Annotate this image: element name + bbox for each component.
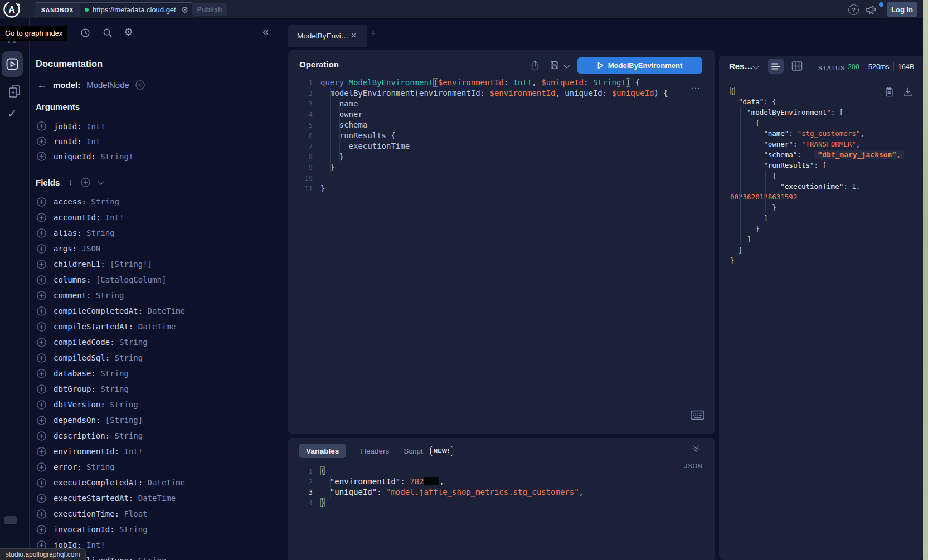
field-type[interactable]: String: [119, 525, 148, 534]
code-line[interactable]: {: [719, 86, 924, 96]
field-name[interactable]: args:: [54, 244, 77, 253]
code-line[interactable]: 5 schema: [288, 120, 715, 130]
field-name[interactable]: uniqueId:: [54, 152, 96, 161]
field-name[interactable]: compileStartedAt:: [54, 322, 133, 331]
add-field-icon[interactable]: [37, 525, 46, 534]
field-name[interactable]: database:: [54, 369, 96, 378]
response-body[interactable]: { "data": { "modelByEnvironment": [ { "n…: [719, 86, 924, 266]
field-type[interactable]: JSON: [82, 244, 101, 253]
field-name[interactable]: compiledCode:: [54, 338, 115, 347]
run-operation-button[interactable]: ModelByEnvironment: [577, 57, 702, 74]
add-field-icon[interactable]: [37, 431, 46, 441]
code-line[interactable]: 9 }: [288, 162, 715, 173]
code-line[interactable]: 2 modelByEnvironment(environmentId: $env…: [288, 88, 715, 99]
field-name[interactable]: comment:: [54, 291, 91, 300]
add-field-icon[interactable]: [37, 197, 46, 207]
field-name[interactable]: executeCompletedAt:: [54, 478, 143, 487]
help-icon[interactable]: ?: [848, 4, 859, 15]
field-type[interactable]: DateTime: [148, 306, 185, 315]
add-field-icon[interactable]: [37, 478, 46, 488]
code-line[interactable]: 8 }: [288, 152, 715, 162]
add-to-query-icon[interactable]: [135, 80, 145, 90]
field-type[interactable]: String: [115, 431, 143, 440]
code-line[interactable]: 1query ModelByEnvironment($environmentId…: [288, 77, 715, 88]
add-field-icon[interactable]: [37, 494, 46, 503]
field-type[interactable]: Int!: [86, 540, 105, 549]
operation-editor[interactable]: 1query ModelByEnvironment($environmentId…: [288, 77, 715, 194]
field-type[interactable]: Int!: [105, 213, 124, 222]
search-icon[interactable]: [101, 27, 114, 39]
field-type[interactable]: String: [91, 197, 119, 206]
add-field-icon[interactable]: [37, 228, 46, 238]
apollo-logo-icon[interactable]: A: [2, 0, 21, 19]
code-line[interactable]: "modelByEnvironment": [: [719, 107, 924, 118]
field-type[interactable]: String: [86, 228, 115, 237]
add-field-icon[interactable]: [37, 121, 46, 131]
code-line[interactable]: }: [719, 223, 924, 234]
field-name[interactable]: jobId:: [54, 122, 82, 131]
code-line[interactable]: 4}: [288, 498, 715, 508]
field-name[interactable]: columns:: [54, 275, 91, 284]
add-field-icon[interactable]: [37, 244, 46, 254]
variables-editor[interactable]: 1{2 "environmentId": 782,3 "uniqueId": "…: [288, 466, 715, 508]
collapse-panel-double-chevron-icon[interactable]: [694, 445, 698, 451]
add-field-icon[interactable]: [37, 213, 46, 222]
field-type[interactable]: String: [138, 556, 167, 560]
tab-script[interactable]: Script: [404, 447, 423, 455]
field-type[interactable]: String: [86, 462, 115, 471]
code-line[interactable]: 1{: [288, 466, 715, 476]
code-line[interactable]: 11}: [288, 183, 715, 194]
add-field-icon[interactable]: [37, 384, 46, 394]
field-name[interactable]: invocationId:: [54, 525, 115, 534]
field-name[interactable]: error:: [54, 462, 82, 471]
field-name[interactable]: compiledSql:: [54, 353, 110, 362]
code-line[interactable]: ]: [719, 213, 924, 223]
add-all-fields-icon[interactable]: [81, 178, 90, 187]
checks-icon[interactable]: ✓: [7, 107, 17, 120]
code-line[interactable]: }: [719, 245, 924, 255]
keyboard-shortcuts-icon[interactable]: [691, 410, 704, 420]
code-line[interactable]: {: [719, 171, 924, 181]
code-line[interactable]: "runResults": [: [719, 160, 924, 171]
code-line[interactable]: "executionTime": 1.: [719, 181, 924, 192]
sidebar-item-operation-collection[interactable]: [7, 84, 22, 99]
field-type[interactable]: DateTime: [138, 322, 176, 331]
field-name[interactable]: access:: [54, 197, 86, 206]
new-tab-icon[interactable]: +: [370, 27, 376, 40]
history-icon[interactable]: [79, 27, 91, 39]
graph-index-icon[interactable]: [8, 41, 16, 43]
add-field-icon[interactable]: [37, 306, 46, 316]
add-field-icon[interactable]: [37, 137, 46, 146]
endpoint-url-input[interactable]: https://metadata.cloud.get: [93, 6, 177, 14]
response-title[interactable]: Res…: [729, 61, 753, 71]
login-button[interactable]: Log in: [887, 2, 917, 17]
back-arrow-icon[interactable]: ←: [37, 79, 47, 91]
field-name[interactable]: accountId:: [54, 213, 100, 222]
publish-button[interactable]: Publish: [192, 3, 227, 16]
field-name[interactable]: dbtGroup:: [54, 384, 96, 393]
add-field-icon[interactable]: [37, 322, 46, 332]
field-name[interactable]: compileCompletedAt:: [54, 306, 143, 315]
add-field-icon[interactable]: [37, 369, 46, 378]
tab-headers[interactable]: Headers: [361, 447, 389, 455]
add-field-icon[interactable]: [37, 447, 46, 456]
save-menu-chevron-icon[interactable]: [563, 62, 570, 68]
code-line[interactable]: "data": {: [719, 96, 924, 107]
rail-bottom-icon[interactable]: [4, 516, 17, 524]
code-line[interactable]: 10: [288, 173, 715, 183]
field-name[interactable]: runId:: [54, 137, 82, 146]
add-field-icon[interactable]: [37, 416, 46, 425]
doc-field-type-link[interactable]: ModelNode: [86, 80, 129, 90]
field-name[interactable]: dbtVersion:: [54, 400, 105, 409]
field-name[interactable]: executeStartedAt:: [54, 494, 133, 503]
field-type[interactable]: [String!]: [110, 260, 152, 269]
add-field-icon[interactable]: [37, 275, 46, 285]
code-line[interactable]: "owner": "TRANSFORMER",: [719, 139, 924, 149]
code-line[interactable]: 4 owner: [288, 109, 715, 120]
code-line[interactable]: 6 runResults {: [288, 130, 715, 141]
add-field-icon[interactable]: [37, 400, 46, 410]
field-type[interactable]: Float: [124, 509, 147, 518]
close-tab-icon[interactable]: ×: [351, 31, 356, 41]
schema-settings-gear-icon[interactable]: ⚙: [124, 26, 133, 38]
field-type[interactable]: String: [100, 369, 129, 378]
